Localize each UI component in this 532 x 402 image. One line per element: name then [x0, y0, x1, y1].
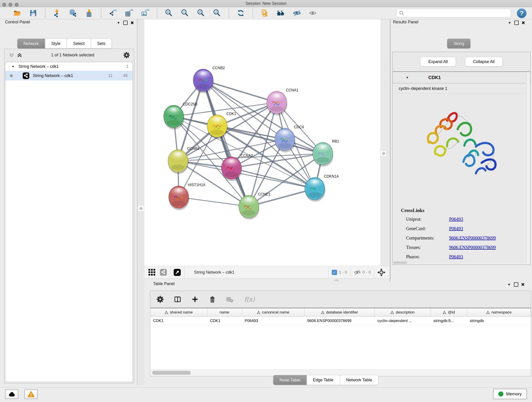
- tab-network[interactable]: Network: [17, 38, 45, 49]
- import-network-button[interactable]: [51, 8, 63, 18]
- crosslink-link[interactable]: 9606.ENSP00000378699: [449, 245, 496, 250]
- hide-items-button[interactable]: [291, 8, 303, 18]
- delete-column-button[interactable]: [209, 296, 216, 303]
- cloud-icon: [8, 392, 15, 397]
- table-cell[interactable]: CDK1: [207, 317, 242, 325]
- expand-all-icon[interactable]: [17, 53, 22, 57]
- table-cell[interactable]: stringdb:9...: [431, 317, 467, 325]
- collection-expander-icon[interactable]: ▾: [12, 64, 14, 69]
- panel-float-icon[interactable]: [122, 20, 129, 26]
- table-toolbar: f(x): [150, 291, 531, 308]
- table-settings-button[interactable]: [157, 296, 164, 303]
- tab-select[interactable]: Select: [67, 38, 91, 49]
- network-collection-row[interactable]: ▾ String Network – cdk1 1: [5, 62, 133, 71]
- zoom-fit-button[interactable]: [195, 8, 207, 18]
- zoom-selected-button[interactable]: [211, 8, 223, 18]
- copy-network-button[interactable]: [259, 8, 271, 18]
- show-columns-button[interactable]: [174, 296, 181, 303]
- results-vertical-scrollbar[interactable]: [526, 73, 530, 264]
- network-node-HIST1H1A[interactable]: HIST1H1A: [169, 183, 206, 210]
- crosslink-link[interactable]: P06493: [449, 217, 463, 222]
- panel-collapse-icon[interactable]: ▾: [506, 281, 513, 287]
- crosslink-link[interactable]: 9606.ENSP00000378699: [449, 235, 496, 241]
- tab-network-table[interactable]: Network Table: [340, 375, 379, 385]
- cloud-button[interactable]: [5, 389, 18, 399]
- table-cell[interactable]: CDK1: [150, 317, 207, 325]
- column-header-canonicalname[interactable]: canonical name: [242, 308, 304, 317]
- table-row[interactable]: CDK1CDK1P064939606.ENSP00000378699cyclin…: [150, 317, 531, 325]
- panel-collapse-icon[interactable]: ▾: [506, 20, 513, 26]
- grid-view-icon[interactable]: [148, 269, 155, 276]
- network-view-icon[interactable]: [160, 269, 167, 276]
- network-row-selected[interactable]: String Network – cdk1 11 48: [5, 71, 133, 80]
- crosslinks-title: CrossLinks: [401, 208, 496, 213]
- panel-float-icon[interactable]: [513, 20, 520, 26]
- column-header-id[interactable]: @id: [431, 308, 467, 317]
- results-horizontal-scrollbar[interactable]: [393, 262, 407, 264]
- network-node-RB1[interactable]: RB1: [313, 139, 339, 167]
- delete-table-button[interactable]: [226, 296, 233, 303]
- tab-edge-table[interactable]: Edge Table: [307, 375, 340, 385]
- column-header-namespace[interactable]: namespace: [467, 308, 531, 317]
- status-bar: Memory: [0, 387, 532, 402]
- column-header-sharedname[interactable]: shared name: [150, 308, 207, 317]
- export-table-button[interactable]: [123, 8, 135, 18]
- help-button[interactable]: ?: [517, 8, 526, 18]
- svg-text:f(x): f(x): [244, 296, 255, 303]
- panel-close-icon[interactable]: ✖: [519, 281, 526, 287]
- table-cell[interactable]: 9606.ENSP00000378699: [304, 317, 375, 325]
- table-cell[interactable]: stringdb: [467, 317, 531, 325]
- zoom-out-button[interactable]: [179, 8, 191, 18]
- add-column-button[interactable]: [191, 296, 198, 303]
- collapse-all-icon[interactable]: [9, 53, 14, 57]
- zoom-in-button[interactable]: [163, 8, 175, 18]
- panel-close-icon[interactable]: ✖: [129, 20, 136, 26]
- crosslink-link[interactable]: P06493: [449, 254, 463, 259]
- expand-all-button[interactable]: Expand All: [420, 57, 456, 66]
- collapse-all-button[interactable]: Collapse All: [465, 57, 503, 66]
- left-splitter[interactable]: [137, 19, 145, 385]
- tab-sets[interactable]: Sets: [91, 38, 112, 49]
- panel-float-icon[interactable]: [513, 281, 519, 287]
- hidden-items-icon[interactable]: [354, 269, 361, 276]
- crosslink-link[interactable]: P06493: [449, 226, 463, 231]
- import-database-button[interactable]: [67, 8, 79, 18]
- import-table-button[interactable]: [83, 8, 95, 18]
- column-header-databaseidentifier[interactable]: database identifier: [304, 308, 375, 317]
- panel-close-icon[interactable]: ✖: [520, 20, 527, 26]
- network-options-gear-icon[interactable]: [123, 52, 130, 58]
- function-builder-button[interactable]: f(x): [244, 295, 256, 303]
- selected-nodes-checkbox-icon[interactable]: ✓: [332, 270, 337, 275]
- section-expander-icon[interactable]: ▾: [406, 75, 408, 80]
- memory-button[interactable]: Memory: [493, 389, 527, 399]
- search-field[interactable]: [404, 11, 511, 16]
- refresh-button[interactable]: [235, 8, 247, 18]
- export-image-button[interactable]: [139, 8, 151, 18]
- warnings-button[interactable]: [24, 389, 38, 399]
- network-node-CCNA1[interactable]: CCNA1: [267, 88, 298, 115]
- network-node-CDKN1A[interactable]: CDKN1A: [305, 174, 339, 202]
- toolbar-separator: [253, 8, 253, 18]
- detach-view-icon[interactable]: [173, 269, 181, 276]
- scrollbar-thumb[interactable]: [152, 371, 191, 375]
- table-cell[interactable]: P06493: [242, 317, 304, 325]
- column-header-name[interactable]: name: [207, 308, 242, 317]
- export-network-button[interactable]: [107, 8, 119, 18]
- tab-node-table[interactable]: Node Table: [273, 375, 307, 385]
- open-button[interactable]: [11, 8, 23, 18]
- save-button[interactable]: [27, 8, 39, 18]
- show-items-button[interactable]: [307, 8, 319, 18]
- network-canvas[interactable]: CCNB2 CCNA1 CDC25B CDK1 CDC6 RB1 CCNB1: [144, 19, 380, 266]
- protein-section-header[interactable]: ▾ CDK1: [393, 72, 530, 83]
- table-cell[interactable]: cyclin–dependent ...: [375, 317, 431, 325]
- network-node-CCNB2[interactable]: CCNB2: [193, 66, 225, 93]
- tab-style[interactable]: Style: [45, 38, 67, 49]
- panel-collapse-icon[interactable]: ▾: [115, 20, 122, 26]
- right-splitter[interactable]: [380, 19, 389, 266]
- fit-selected-crosshair-icon[interactable]: [377, 268, 385, 276]
- results-panel-tab-string[interactable]: String: [447, 38, 471, 49]
- home-pair-button[interactable]: [275, 8, 287, 18]
- network-icon: [22, 72, 30, 79]
- column-header-description[interactable]: description: [375, 308, 431, 317]
- search-input[interactable]: [396, 9, 511, 17]
